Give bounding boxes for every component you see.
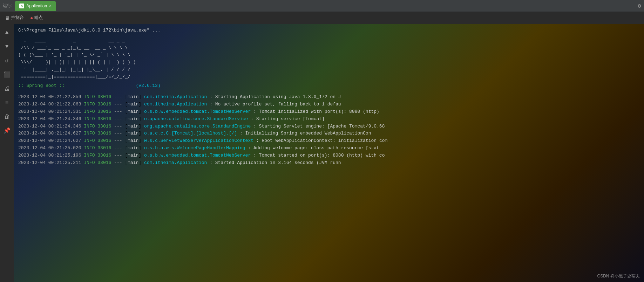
spring-boot-label: :: Spring Boot :: [18, 83, 65, 88]
console-output[interactable]: C:\Program Files\Java\jdk1.8.0_172\bin\j… [14, 24, 644, 282]
close-tab-button[interactable]: × [49, 4, 52, 8]
console-label: 控制台 [11, 15, 24, 21]
settings-icon[interactable]: ⚙ [638, 2, 641, 9]
stop-button[interactable]: ⬛ [1, 69, 13, 80]
log-entry: 2023-12-04 00:21:25.211 INFO 33016 --- [… [18, 159, 640, 167]
app-tab-label: Application [26, 4, 47, 8]
watermark: CSDN @小黑子史蒂夫 [597, 273, 640, 279]
log-entry: 2023-12-04 00:21:24.627 INFO 33016 --- [… [18, 137, 640, 145]
log-entry: 2023-12-04 00:21:22.863 INFO 33016 --- [… [18, 101, 640, 108]
clear-button[interactable]: 🗑 [1, 111, 13, 122]
terminal-button[interactable]: ● 端点 [28, 14, 45, 22]
spring-ascii-art: . ____ _ __ _ _ /\\ / ___'_ __ _ _(_)_ _… [18, 37, 640, 81]
rerun-button[interactable]: ↺ [1, 55, 13, 66]
log-entry: 2023-12-04 00:21:25.196 INFO 33016 --- [… [18, 152, 640, 159]
menu-button[interactable]: ≡ [1, 97, 13, 108]
log-entry: 2023-12-04 00:21:22.859 INFO 33016 --- [… [18, 94, 640, 101]
terminal-icon: ● [30, 15, 33, 21]
app-tab[interactable]: A Application × [15, 1, 56, 11]
cmd-line: C:\Program Files\Java\jdk1.8.0_172\bin\j… [18, 27, 640, 34]
log-entry: 2023-12-04 00:21:24.346 INFO 33016 --- [… [18, 116, 640, 123]
sidebar: ▲ ▼ ↺ ⬛ 🖨 ≡ 🗑 📌 [0, 24, 14, 282]
log-entry: 2023-12-04 00:21:24.331 INFO 33016 --- [… [18, 108, 640, 116]
print-button[interactable]: 🖨 [1, 83, 13, 94]
console-icon: 🖥 [5, 15, 10, 21]
title-bar: 运行: A Application × ⚙ [0, 0, 644, 12]
log-entry: 2023-12-04 00:21:24.627 INFO 33016 --- [… [18, 130, 640, 137]
scroll-down-button[interactable]: ▼ [1, 41, 13, 52]
scroll-up-button[interactable]: ▲ [1, 27, 13, 38]
console-area: C:\Program Files\Java\jdk1.8.0_172\bin\j… [14, 24, 644, 282]
app-tab-icon: A [19, 4, 24, 8]
pin-button[interactable]: 📌 [1, 125, 13, 136]
console-button[interactable]: 🖥 控制台 [3, 14, 26, 22]
toolbar: 🖥 控制台 ● 端点 [0, 12, 644, 24]
log-entry: 2023-12-04 00:21:25.020 INFO 33016 --- [… [18, 145, 640, 152]
main-area: ▲ ▼ ↺ ⬛ 🖨 ≡ 🗑 📌 C:\Program Files\Java\jd… [0, 24, 644, 282]
log-container: 2023-12-04 00:21:22.859 INFO 33016 --- [… [18, 94, 640, 166]
run-label: 运行: [3, 3, 12, 9]
spring-boot-version-line: :: Spring Boot :: (v2.6.13) [18, 82, 640, 90]
spring-version: (v2.6.13) [136, 83, 160, 88]
terminal-label: 端点 [34, 15, 43, 21]
log-entry: 2023-12-04 00:21:24.346 INFO 33016 --- [… [18, 123, 640, 130]
